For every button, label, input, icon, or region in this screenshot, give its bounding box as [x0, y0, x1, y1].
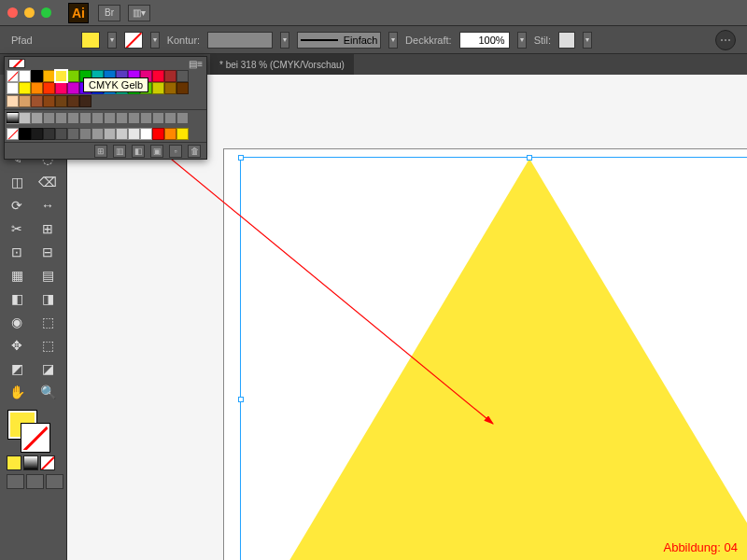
swatch[interactable] [7, 95, 19, 107]
tool-button[interactable]: ✋ [3, 381, 31, 403]
document-tab[interactable]: * bei 318 % (CMYK/Vorschau) [210, 54, 354, 75]
opacity-input[interactable]: 100% [459, 32, 510, 49]
tool-button[interactable]: ✥ [3, 334, 31, 357]
tool-button[interactable]: ⊞ [34, 217, 62, 240]
draw-inside-icon[interactable] [46, 474, 63, 489]
swatch[interactable] [116, 112, 128, 124]
swatch[interactable] [152, 82, 164, 94]
swatch[interactable] [55, 70, 67, 82]
tool-button[interactable]: ⊟ [34, 241, 62, 263]
stroke-weight-dropdown[interactable] [280, 32, 289, 49]
swatch-kind-icon[interactable]: ▥ [113, 145, 126, 158]
swatch[interactable] [43, 95, 55, 107]
delete-swatch-icon[interactable]: 🗑 [188, 145, 201, 158]
style-dropdown[interactable] [583, 32, 592, 49]
tool-button[interactable]: ◫ [3, 171, 31, 193]
fill-swatch[interactable] [81, 32, 100, 49]
swatch[interactable] [104, 128, 116, 140]
swatch[interactable] [92, 112, 104, 124]
swatch[interactable] [43, 112, 55, 124]
swatch[interactable] [19, 95, 31, 107]
swatch[interactable] [43, 128, 55, 140]
swatch[interactable] [67, 70, 79, 82]
swatch[interactable] [176, 128, 189, 140]
swatch[interactable] [152, 70, 164, 82]
tool-button[interactable]: ⌫ [34, 171, 62, 193]
fill-dropdown[interactable] [107, 32, 117, 49]
minimize-window-dot[interactable] [24, 7, 35, 18]
swatch[interactable] [152, 112, 164, 124]
brush-style-select[interactable]: Einfach [297, 32, 381, 49]
opacity-dropdown[interactable] [517, 32, 527, 49]
swatch[interactable] [43, 70, 55, 82]
swatch[interactable] [176, 112, 189, 124]
swatch[interactable] [92, 128, 104, 140]
swatch[interactable] [19, 112, 31, 124]
swatch[interactable] [164, 128, 176, 140]
swatch[interactable] [7, 70, 19, 82]
swatch[interactable] [176, 82, 189, 94]
swatch[interactable] [67, 95, 79, 107]
tool-button[interactable]: ⬚ [34, 311, 62, 333]
swatch[interactable] [55, 95, 67, 107]
tool-button[interactable]: ✂ [3, 217, 31, 240]
swatch[interactable] [164, 112, 176, 124]
tool-button[interactable]: ↔ [34, 194, 62, 217]
fill-stroke-indicator[interactable] [3, 411, 63, 454]
swatch[interactable] [128, 128, 140, 140]
draw-normal-icon[interactable] [7, 474, 24, 489]
tool-button[interactable]: ⊡ [3, 241, 31, 263]
workspace-switcher[interactable]: ▥▾ [128, 5, 150, 21]
swatch[interactable] [55, 128, 67, 140]
stroke-weight-select[interactable] [207, 32, 273, 49]
tool-button[interactable]: ◪ [34, 357, 62, 380]
more-icon[interactable]: ⋯ [715, 30, 736, 50]
swatch[interactable] [31, 128, 43, 140]
swatch[interactable] [43, 82, 55, 94]
selection-handle[interactable] [238, 155, 244, 161]
tool-button[interactable]: ◩ [3, 357, 31, 380]
swatch[interactable] [104, 112, 116, 124]
tool-button[interactable]: ⟳ [3, 194, 31, 217]
swatch[interactable] [31, 70, 43, 82]
swatch[interactable] [55, 112, 67, 124]
new-group-icon[interactable]: ▣ [150, 145, 163, 158]
swatch[interactable] [176, 70, 189, 82]
new-swatch-icon[interactable]: ▫ [169, 145, 182, 158]
stroke-swatch[interactable] [124, 32, 143, 49]
swatch[interactable] [67, 128, 79, 140]
tool-button[interactable]: ◉ [3, 311, 31, 333]
swatch[interactable] [67, 82, 79, 94]
swatch[interactable] [31, 82, 43, 94]
tool-button[interactable]: 🔍 [34, 381, 62, 403]
swatch-panel-menu-icon[interactable]: ▤≡ [189, 59, 203, 68]
swatch[interactable] [7, 112, 19, 124]
draw-behind-icon[interactable] [26, 474, 44, 489]
swatch[interactable] [79, 95, 92, 107]
selection-handle[interactable] [527, 155, 532, 161]
tool-button[interactable]: ▦ [3, 264, 31, 287]
stroke-indicator[interactable] [21, 424, 49, 452]
selection-handle[interactable] [238, 397, 244, 402]
swatch[interactable] [7, 82, 19, 94]
swatch[interactable] [116, 128, 128, 140]
swatch[interactable] [19, 82, 31, 94]
swatch[interactable] [67, 112, 79, 124]
swatch[interactable] [55, 82, 67, 94]
swatch[interactable] [79, 128, 92, 140]
swatch[interactable] [19, 128, 31, 140]
swatch[interactable] [140, 112, 152, 124]
swatch[interactable] [164, 70, 176, 82]
mini-none-icon[interactable] [40, 455, 55, 470]
mini-gradient-icon[interactable] [23, 455, 38, 470]
mini-fill-icon[interactable] [7, 455, 21, 470]
swatches-panel[interactable]: ▤≡ ⊞ ▥ ◧ ▣ ▫ 🗑 CMYK Gelb [4, 56, 207, 160]
swatch[interactable] [31, 112, 43, 124]
swatch[interactable] [19, 70, 31, 82]
stroke-dropdown[interactable] [150, 32, 160, 49]
swatch[interactable] [152, 128, 164, 140]
swatch[interactable] [31, 95, 43, 107]
tool-button[interactable]: ▤ [34, 264, 62, 287]
swatch-options-icon[interactable]: ◧ [132, 145, 145, 158]
swatch-fill-chip[interactable] [8, 59, 25, 68]
